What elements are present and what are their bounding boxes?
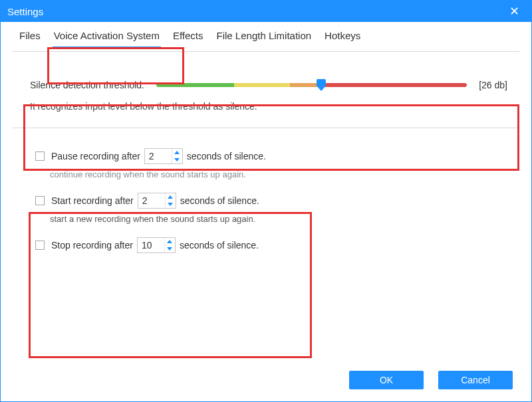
- threshold-value: [26 db]: [479, 80, 507, 90]
- ok-button[interactable]: OK: [349, 371, 424, 389]
- start-seconds-value: 2: [138, 194, 165, 207]
- threshold-thumb-icon[interactable]: [317, 79, 326, 91]
- options-section: Pause recording after 2 seconds of silen…: [1, 128, 531, 260]
- tab-files[interactable]: Files: [13, 22, 47, 51]
- chevron-down-icon[interactable]: [172, 156, 182, 163]
- tab-bar: Files Voice Activation System Effects Fi…: [1, 22, 531, 51]
- pause-seconds-value: 2: [145, 150, 172, 163]
- start-checkbox[interactable]: [35, 196, 45, 205]
- window-title: Settings: [7, 6, 503, 17]
- threshold-label: Silence detection threshold:: [30, 80, 144, 90]
- pause-suffix: seconds of silence.: [187, 151, 266, 161]
- stop-option-row: Stop recording after 10 seconds of silen…: [35, 237, 507, 253]
- start-seconds-spinner[interactable]: 2: [138, 193, 176, 209]
- chevron-up-icon[interactable]: [172, 149, 182, 156]
- close-icon[interactable]: ✕: [503, 4, 525, 19]
- start-help: start a new recording when the sound sta…: [35, 214, 507, 224]
- tab-effects[interactable]: Effects: [166, 22, 210, 51]
- threshold-track: [156, 83, 467, 87]
- stop-prefix: Stop recording after: [51, 240, 133, 251]
- footer: OK Cancel: [1, 364, 531, 396]
- stop-seconds-value: 10: [138, 239, 164, 252]
- stop-seconds-spinner[interactable]: 10: [137, 237, 176, 253]
- stop-suffix: seconds of silence.: [180, 240, 259, 251]
- tab-voice-activation-system[interactable]: Voice Activation System: [47, 22, 166, 51]
- chevron-up-icon[interactable]: [166, 193, 175, 201]
- spinner-buttons: [164, 238, 175, 252]
- threshold-help: It recognizes input level below the thre…: [30, 101, 507, 112]
- stop-checkbox[interactable]: [35, 241, 45, 250]
- threshold-section: Silence detection threshold: [26 db] It …: [1, 52, 531, 128]
- pause-option-row: Pause recording after 2 seconds of silen…: [35, 148, 507, 164]
- threshold-row: Silence detection threshold: [26 db]: [30, 80, 507, 90]
- pause-prefix: Pause recording after: [51, 151, 140, 161]
- spinner-buttons: [165, 193, 176, 208]
- pause-help: continue recording when the sound starts…: [35, 169, 507, 179]
- chevron-up-icon[interactable]: [165, 238, 174, 245]
- titlebar: Settings ✕: [1, 1, 531, 22]
- pause-seconds-spinner[interactable]: 2: [144, 148, 183, 164]
- start-option-row: Start recording after 2 seconds of silen…: [35, 193, 507, 209]
- chevron-down-icon[interactable]: [165, 245, 174, 252]
- threshold-slider[interactable]: [156, 80, 467, 90]
- tab-file-length-limitation[interactable]: File Length Limitation: [210, 22, 319, 51]
- start-prefix: Start recording after: [51, 195, 134, 206]
- start-suffix: seconds of silence.: [180, 195, 259, 206]
- chevron-down-icon[interactable]: [166, 201, 175, 208]
- pause-checkbox[interactable]: [35, 151, 45, 161]
- content-area: Files Voice Activation System Effects Fi…: [1, 22, 531, 260]
- cancel-button[interactable]: Cancel: [438, 371, 513, 389]
- settings-window: Settings ✕ Files Voice Activation System…: [0, 0, 532, 402]
- tab-hotkeys[interactable]: Hotkeys: [318, 22, 367, 51]
- spinner-buttons: [172, 149, 182, 163]
